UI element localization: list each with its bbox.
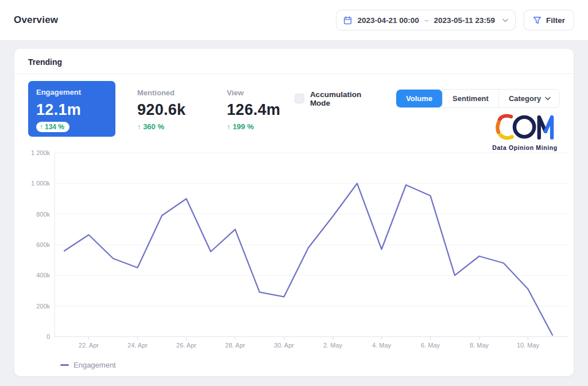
date-range-separator: ~	[424, 16, 429, 25]
x-axis-label: 30. Apr	[274, 342, 294, 349]
trend-chart-svg: 1 200k1 000k800k600k400k200k022. Apr24. …	[14, 147, 574, 349]
filter-button[interactable]: Filter	[524, 10, 574, 30]
metric-label: Mentioned	[137, 88, 205, 97]
page-title: Overview	[14, 14, 58, 26]
dom-logo-glyphs	[493, 113, 556, 141]
metric-change: ↑ 360 %	[137, 122, 205, 131]
view-mode-tabs: Volume Sentiment Category	[396, 89, 560, 108]
x-axis-label: 6. May	[421, 342, 440, 349]
metric-value: 12.1m	[36, 101, 107, 119]
x-axis-label: 2. May	[323, 342, 343, 349]
y-axis-label: 200k	[36, 303, 50, 310]
chevron-down-icon	[502, 18, 508, 22]
arrow-up-icon: ↑	[137, 122, 141, 131]
trending-card-header: Trending	[14, 49, 574, 74]
metric-change: 134 %	[45, 123, 64, 131]
accumulation-checkbox[interactable]	[295, 94, 304, 103]
engagement-line[interactable]	[64, 183, 552, 335]
date-range-start: 2023-04-21 00:00	[357, 16, 419, 25]
y-axis-label: 800k	[36, 211, 50, 218]
accumulation-label: Accumulation Mode	[310, 90, 383, 107]
metric-value: 126.4m	[227, 101, 295, 119]
accumulation-mode-toggle[interactable]: Accumulation Mode	[295, 90, 383, 107]
metric-tab-mentioned[interactable]: Mentioned 920.6k ↑ 360 %	[137, 81, 205, 137]
legend-label: Engagement	[74, 361, 116, 369]
topbar: Overview 2023-04-21 00:00 ~ 2023-05-11 2…	[0, 0, 588, 40]
y-axis-label: 1 000k	[31, 180, 51, 187]
chart-option-controls: Accumulation Mode Volume Sentiment Categ…	[295, 81, 560, 108]
x-axis-label: 22. Apr	[79, 342, 99, 349]
calendar-icon	[343, 16, 352, 25]
x-axis-label: 26. Apr	[176, 342, 196, 349]
logo-subtitle: Data Opinion Mining	[490, 144, 560, 151]
metric-value: 920.6k	[137, 101, 205, 119]
chevron-down-icon	[545, 96, 551, 101]
filter-funnel-icon	[533, 16, 541, 25]
trend-chart: 1 200k1 000k800k600k400k200k022. Apr24. …	[14, 147, 574, 352]
chart-legend[interactable]: Engagement	[60, 361, 574, 369]
x-axis-label: 28. Apr	[225, 342, 245, 349]
filter-button-label: Filter	[546, 16, 565, 25]
tab-sentiment[interactable]: Sentiment	[442, 90, 498, 107]
arrow-up-icon: ↑	[227, 122, 231, 131]
date-range-picker[interactable]: 2023-04-21 00:00 ~ 2023-05-11 23:59	[336, 10, 516, 30]
topbar-actions: 2023-04-21 00:00 ~ 2023-05-11 23:59 Filt…	[336, 10, 574, 30]
trending-card: Trending Engagement 12.1m ↑ 134 % Mentio…	[14, 49, 574, 376]
metric-tab-view[interactable]: View 126.4m ↑ 199 %	[227, 81, 295, 137]
metric-tab-engagement[interactable]: Engagement 12.1m ↑ 134 %	[28, 81, 115, 137]
x-axis-label: 24. Apr	[127, 342, 148, 349]
y-axis-label: 1 200k	[31, 149, 51, 156]
metric-change: ↑ 199 %	[227, 122, 295, 131]
metric-tabs: Engagement 12.1m ↑ 134 % Mentioned 920.6…	[28, 81, 295, 137]
metric-label: View	[227, 88, 295, 97]
legend-line-swatch	[60, 364, 69, 366]
metric-label: Engagement	[36, 88, 107, 96]
x-axis-label: 4. May	[372, 342, 392, 349]
y-axis-label: 600k	[36, 241, 50, 248]
x-axis-label: 10. May	[517, 342, 540, 349]
tab-category[interactable]: Category	[498, 90, 560, 107]
x-axis-label: 8. May	[470, 342, 489, 349]
date-range-end: 2023-05-11 23:59	[434, 16, 495, 25]
trending-title: Trending	[28, 57, 560, 67]
dom-logo: DOM Data Opinion Mining	[490, 113, 560, 151]
y-axis-label: 400k	[36, 272, 50, 279]
arrow-up-icon: ↑	[40, 123, 43, 131]
metric-change-badge: ↑ 134 %	[36, 122, 69, 132]
y-axis-label: 0	[47, 333, 50, 340]
tab-volume[interactable]: Volume	[396, 90, 442, 107]
